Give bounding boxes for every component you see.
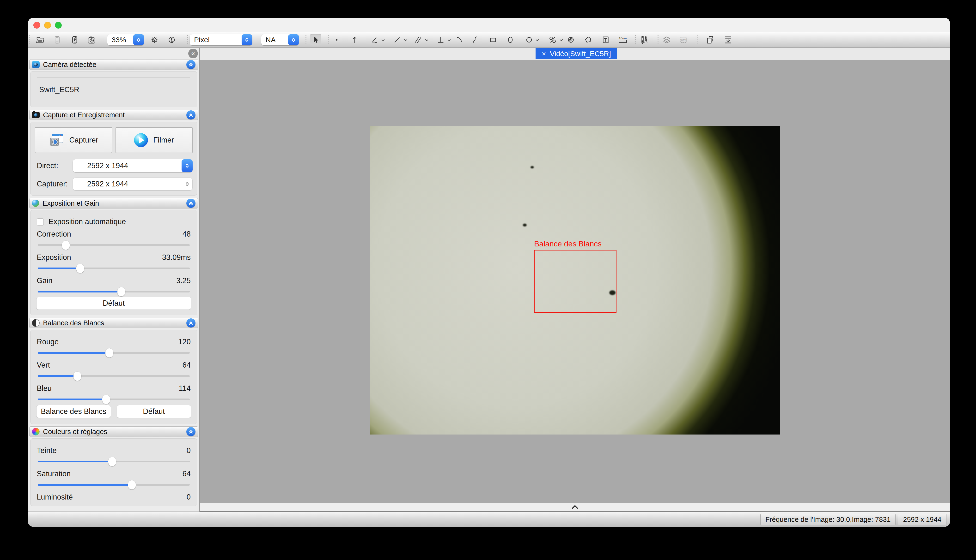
info-button[interactable] — [166, 34, 177, 46]
video-tab[interactable]: × Vidéo[Swift_EC5R] — [536, 48, 617, 59]
exposure-slider[interactable] — [38, 268, 190, 269]
point-tool-button[interactable] — [331, 34, 343, 46]
parallel-tool-button[interactable] — [413, 34, 424, 46]
measurements-button[interactable] — [638, 34, 650, 46]
perpendicular-tool-dropdown[interactable] — [447, 38, 451, 42]
rectangle-tool-icon — [488, 35, 498, 45]
slider-thumb[interactable] — [102, 395, 110, 404]
close-window-button[interactable] — [33, 22, 40, 28]
layers-button[interactable] — [661, 34, 672, 46]
open-file-button[interactable] — [35, 34, 46, 46]
angle-tool-dropdown[interactable] — [381, 38, 385, 42]
merge-flatten-button[interactable] — [722, 34, 734, 46]
exposure-default-button[interactable]: Défaut — [36, 297, 191, 310]
direct-resolution-stepper[interactable] — [182, 159, 192, 172]
ellipse-tool-button[interactable] — [505, 34, 516, 46]
polygon-tool-button[interactable] — [582, 34, 594, 46]
zoom-level-select[interactable]: 33% — [107, 34, 144, 45]
capture-snapshot-button[interactable]: Capturer — [35, 127, 112, 153]
curve-tool-button[interactable] — [469, 34, 481, 46]
correction-slider[interactable] — [38, 244, 190, 246]
arrow-tool-button[interactable] — [349, 34, 361, 46]
settings-button[interactable] — [149, 34, 160, 46]
hue-slider[interactable] — [38, 461, 190, 462]
exposure-panel-header[interactable]: Exposition et Gain — [29, 198, 198, 208]
magnification-value: NA — [261, 36, 288, 44]
white-balance-collapse-button[interactable] — [186, 318, 196, 328]
slider-thumb[interactable] — [74, 372, 81, 381]
slider-thumb[interactable] — [76, 264, 84, 273]
blue-label: Bleu — [37, 384, 52, 393]
camera-panel-collapse-button[interactable] — [186, 60, 196, 69]
slider-thumb[interactable] — [105, 348, 113, 357]
slider-thumb[interactable] — [62, 241, 70, 250]
unit-select[interactable]: Pixel — [190, 34, 252, 45]
csv-export-icon: CSV — [679, 35, 689, 45]
colors-panel-collapse-button[interactable] — [186, 427, 196, 436]
chevron-up-icon — [571, 504, 579, 510]
line-tool-dropdown[interactable] — [404, 38, 408, 42]
capture-resolution-select[interactable]: 2592 x 1944 — [73, 178, 192, 190]
angle-tool-button[interactable] — [369, 34, 380, 46]
concentric-circles-tool-button[interactable] — [565, 34, 577, 46]
detected-camera-name[interactable]: Swift_EC5R — [39, 85, 79, 94]
rectangle-tool-button[interactable] — [487, 34, 499, 46]
svg-text:CSV: CSV — [681, 38, 686, 41]
magnification-stepper[interactable] — [288, 34, 299, 45]
double-chevron-up-icon — [188, 112, 194, 118]
zoom-window-button[interactable] — [55, 22, 62, 28]
exposure-panel-icon — [32, 200, 39, 207]
arc-tool-button[interactable] — [453, 34, 465, 46]
magnification-select[interactable]: NA — [261, 34, 299, 45]
text-tool-button[interactable] — [600, 34, 612, 46]
white-balance-button[interactable]: Balance des Blancs — [36, 405, 111, 418]
select-tool-button[interactable] — [310, 34, 321, 46]
sidebar-collapse-strip: « — [28, 48, 199, 59]
saturation-slider[interactable] — [38, 484, 190, 486]
bottom-panel-expand-strip[interactable] — [200, 503, 950, 512]
tab-close-icon[interactable]: × — [542, 50, 546, 58]
white-balance-default-button[interactable]: Défaut — [117, 405, 191, 418]
zoom-stepper[interactable] — [133, 34, 144, 45]
slider-thumb[interactable] — [108, 457, 116, 466]
timer-capture-button[interactable] — [86, 34, 97, 46]
green-value: 64 — [182, 361, 191, 370]
record-video-button[interactable]: Filmer — [115, 127, 193, 153]
slider-thumb[interactable] — [117, 287, 125, 296]
unit-stepper[interactable] — [242, 34, 252, 45]
toolbar-separator — [306, 35, 306, 44]
minimize-window-button[interactable] — [44, 22, 51, 28]
perpendicular-tool-button[interactable] — [435, 34, 446, 46]
flash-capture-button[interactable] — [69, 34, 80, 46]
green-slider[interactable] — [38, 375, 190, 377]
live-video-frame[interactable]: Balance des Blancs — [370, 126, 780, 435]
capture-panel-body: Capturer Filmer Direct: 2592 x 1944 — [30, 122, 197, 195]
slider-thumb[interactable] — [128, 480, 136, 490]
exposure-panel-collapse-button[interactable] — [186, 199, 196, 208]
white-balance-panel-header[interactable]: Balance des Blancs — [29, 318, 198, 328]
direct-resolution-select[interactable]: 2592 x 1944 — [73, 159, 192, 172]
duplicate-button[interactable] — [704, 34, 716, 46]
white-balance-roi-rectangle[interactable] — [534, 250, 617, 313]
line-tool-button[interactable] — [391, 34, 403, 46]
colors-panel-header[interactable]: Couleurs et réglages — [29, 427, 198, 437]
auto-exposure-checkbox[interactable] — [37, 218, 44, 225]
capture-panel-collapse-button[interactable] — [186, 110, 196, 120]
capture-panel-header[interactable]: Capture et Enregistrement — [29, 110, 198, 120]
red-slider[interactable] — [38, 352, 190, 354]
blue-slider[interactable] — [38, 398, 190, 400]
gain-slider[interactable] — [38, 291, 190, 292]
parallel-tool-dropdown[interactable] — [425, 38, 429, 42]
sidebar-collapse-button[interactable]: « — [188, 49, 198, 58]
camera-panel-header[interactable]: Caméra détectée — [29, 59, 198, 70]
stepper-chevrons-icon — [136, 37, 141, 42]
scalebar-tool-button[interactable]: 10um — [615, 34, 630, 46]
circle-tool-button[interactable] — [523, 34, 535, 46]
chevron-down-icon — [404, 38, 408, 42]
annulus-tool-dropdown[interactable] — [559, 38, 563, 42]
annulus-tool-button[interactable] — [547, 34, 558, 46]
circle-tool-dropdown[interactable] — [535, 38, 539, 42]
direct-resolution-label: Direct: — [35, 162, 73, 170]
video-canvas[interactable]: Balance des Blancs — [200, 60, 950, 503]
capture-resolution-stepper[interactable] — [182, 178, 192, 190]
